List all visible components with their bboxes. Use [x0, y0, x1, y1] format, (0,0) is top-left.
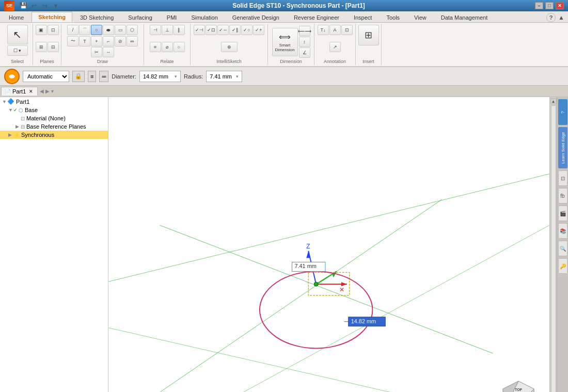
is-btn-5[interactable]: ✓○: [241, 25, 253, 35]
customize-qat-button[interactable]: ▾: [51, 1, 60, 10]
tab-data-management[interactable]: Data Management: [434, 12, 495, 22]
is-point-btn[interactable]: ⊕: [221, 42, 238, 52]
panel-btn-3[interactable]: 🎬: [558, 206, 567, 221]
plane-btn-1[interactable]: ▣: [36, 25, 47, 35]
is-btn-2[interactable]: ✓⊡: [206, 25, 217, 35]
ann-btn-2[interactable]: A: [329, 25, 341, 35]
rel-btn-3[interactable]: ∥: [173, 25, 185, 35]
circle-btn[interactable]: ○: [91, 25, 102, 35]
dim-btn-2[interactable]: ↕: [299, 37, 310, 47]
extend-btn[interactable]: ↔: [103, 47, 114, 57]
tab-home[interactable]: Home: [2, 12, 30, 22]
ann-btn-3[interactable]: ⊡: [341, 25, 353, 35]
undo-button[interactable]: ↩: [29, 1, 39, 10]
rel-btn-6[interactable]: ○: [173, 42, 185, 52]
svg-line-2: [108, 328, 467, 392]
smart-dimension-btn[interactable]: ⟺ SmartDimension: [272, 28, 298, 56]
scroll-up-btn[interactable]: ▲: [550, 98, 557, 104]
tab-generative-design[interactable]: Generative Design: [226, 12, 286, 22]
text-btn[interactable]: T: [79, 36, 90, 46]
tab-tools[interactable]: Tools: [380, 12, 406, 22]
ribbon-tabs: Home Sketching 3D Sketching Surfacing PM…: [0, 11, 568, 23]
mode-select[interactable]: Automatic: [23, 71, 69, 82]
panel-btn-6[interactable]: 🔑: [558, 258, 567, 274]
trim-btn[interactable]: ✂: [91, 47, 102, 57]
maximize-button[interactable]: □: [545, 2, 554, 9]
help-button[interactable]: ?: [546, 13, 556, 22]
rel-btn-2[interactable]: ⊥: [162, 25, 173, 35]
help-panel-btn[interactable]: ?: [558, 99, 567, 125]
rel-btn-4[interactable]: ≡: [150, 42, 161, 52]
navigation-cube[interactable]: TOP FRONT RIGHT: [498, 379, 539, 392]
ribbon-collapse-button[interactable]: ▲: [557, 13, 566, 22]
panel-btn-1[interactable]: ⊡: [558, 170, 567, 186]
ann-btn-4[interactable]: ↗: [329, 42, 341, 52]
diameter-label: Diameter:: [112, 73, 136, 80]
tree-node-ref-planes[interactable]: ▶ ⊟ Base Reference Planes: [0, 122, 108, 131]
close-tab-btn[interactable]: ✕: [29, 89, 33, 94]
document-tree-panel: ▼ 🔷 Part1 ▼ ✓ ⬡ Base ⊡ Material (None) ▶…: [0, 97, 108, 392]
tab-pmi[interactable]: PMI: [160, 12, 184, 22]
tab-inspect[interactable]: Inspect: [347, 12, 378, 22]
tree-node-synchronous[interactable]: ▶ ⚡ Synchronous: [0, 131, 108, 139]
is-btn-6[interactable]: ✓+: [253, 25, 264, 35]
panel-btn-5[interactable]: 🔍: [558, 241, 567, 256]
tree-node-material[interactable]: ⊡ Material (None): [0, 114, 108, 122]
redo-button[interactable]: ↪: [40, 1, 50, 10]
tab-3d-sketching[interactable]: 3D Sketching: [73, 12, 120, 22]
tab-sketching[interactable]: Sketching: [31, 12, 72, 22]
close-button[interactable]: ✕: [556, 2, 564, 9]
dim-btn-3[interactable]: ∠: [299, 48, 310, 58]
learn-panel-btn[interactable]: Learn Solid Edge: [558, 127, 567, 168]
ellipse-mode-btn[interactable]: ⬬: [4, 69, 20, 84]
orientation-btn[interactable]: ≡: [88, 71, 96, 82]
insert-btn-1[interactable]: ⊞: [358, 25, 379, 45]
document-tab[interactable]: 📄 Part1 ✕: [1, 87, 38, 96]
line-btn[interactable]: /: [67, 25, 78, 35]
canvas-area[interactable]: Z ✕ 7.41 mm 14.82 m: [108, 97, 549, 392]
relate-group: ⊣ ⊥ ∥ ≡ ⌀ ○ Relate: [144, 24, 191, 65]
rect-btn[interactable]: ▭: [115, 25, 126, 35]
offset-btn[interactable]: ⊘: [115, 36, 126, 46]
tab-simulation[interactable]: Simulation: [184, 12, 224, 22]
nav-arrows[interactable]: ◀ ▶ ▾: [40, 88, 54, 94]
save-button[interactable]: 💾: [19, 1, 28, 10]
dimension-lock-btn[interactable]: 🔒: [72, 71, 85, 82]
panel-btn-2[interactable]: fb: [558, 188, 567, 203]
plane-btn-3[interactable]: ⊞: [36, 42, 47, 52]
rel-btn-1[interactable]: ⊣: [150, 25, 161, 35]
minimize-button[interactable]: –: [535, 2, 543, 9]
tree-node-part1[interactable]: ▼ 🔷 Part1: [0, 97, 108, 106]
plane-btn-2[interactable]: ⊡: [48, 25, 59, 35]
panel-btn-4[interactable]: 📚: [558, 223, 567, 239]
is-btn-1[interactable]: ✓⊣: [194, 25, 205, 35]
doc-tab-label: Part1: [12, 88, 26, 95]
dim-btn-1[interactable]: ⟵⟶: [299, 26, 310, 36]
point-btn[interactable]: +: [91, 36, 102, 46]
ellipse-btn[interactable]: ⬬: [103, 25, 114, 35]
tab-reverse-engineer[interactable]: Reverse Engineer: [287, 12, 346, 22]
tree-node-part1-label: Part1: [16, 99, 29, 105]
mirror-btn[interactable]: ⇔: [127, 36, 138, 46]
select-sub-btn[interactable]: ☐ ▾: [7, 45, 28, 56]
spline-btn[interactable]: 〜: [67, 36, 78, 46]
scroll-thumb[interactable]: [551, 105, 556, 392]
quick-access-toolbar: 💾 ↩ ↪ ▾: [17, 1, 62, 10]
polygon-btn[interactable]: ⬡: [127, 25, 138, 35]
snap-btn[interactable]: ═: [99, 71, 108, 82]
is-btn-4[interactable]: ✓∥: [229, 25, 241, 35]
arc-btn[interactable]: ⌒: [79, 25, 90, 35]
svg-marker-6: [306, 251, 310, 258]
svg-point-12: [314, 282, 318, 286]
ann-btn-1[interactable]: T↓: [318, 25, 329, 35]
is-btn-3[interactable]: ✓↔: [217, 25, 229, 35]
plane-btn-4[interactable]: ⊟: [48, 42, 59, 52]
tree-node-base[interactable]: ▼ ✓ ⬡ Base: [0, 106, 108, 114]
tree-sync-icon: ⚡: [13, 132, 20, 138]
rel-btn-5[interactable]: ⌀: [162, 42, 173, 52]
tab-view[interactable]: View: [407, 12, 433, 22]
tree-node-ref-planes-label: Base Reference Planes: [26, 123, 86, 130]
tab-surfacing[interactable]: Surfacing: [121, 12, 159, 22]
fillet-btn[interactable]: ⌐: [103, 36, 114, 46]
select-btn[interactable]: ↖: [7, 25, 28, 44]
